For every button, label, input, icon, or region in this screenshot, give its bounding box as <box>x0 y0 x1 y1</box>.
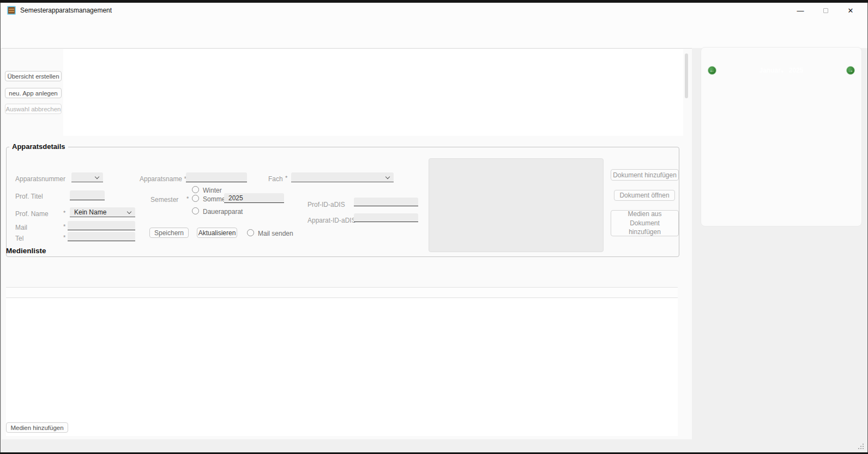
dokument-table <box>429 158 604 252</box>
apparat-id-adis-input[interactable] <box>354 213 418 222</box>
winter-radio[interactable] <box>192 186 199 193</box>
calendar-year: 2025 <box>789 67 804 74</box>
window-controls: — ✕ <box>788 3 863 18</box>
chevron-down-icon <box>385 175 390 179</box>
prof-titel-label: Prof. Titel <box>15 193 43 200</box>
medien-aus-dokument-button[interactable]: Medien aus Dokument hinzufügen <box>611 210 679 236</box>
app-icon <box>7 6 16 15</box>
prof-id-adis-label: Prof-ID-aDIS <box>308 201 345 208</box>
apparate-table <box>63 49 683 136</box>
semester-required-marker: * <box>186 195 189 202</box>
tel-required-marker: * <box>63 234 65 241</box>
mail-senden-checkbox[interactable] <box>247 229 254 236</box>
app-window: Semesterapparatsmanagement — ✕ Übersicht… <box>0 3 868 452</box>
fach-label: Fach <box>268 175 283 183</box>
dauerapparat-label: Dauerapparat <box>203 208 243 216</box>
tel-label: Tel <box>15 235 23 242</box>
tab-page-anlegen: Übersicht erstellen neu. App anlegen Aus… <box>2 48 692 439</box>
dauerapparat-radio[interactable] <box>192 207 199 214</box>
close-button[interactable]: ✕ <box>838 3 863 18</box>
prev-month-button[interactable]: ← <box>708 66 716 75</box>
resize-grip[interactable] <box>858 443 864 450</box>
calendar-month: Januar <box>759 67 780 74</box>
medien-hinzufuegen-button[interactable]: Medien hinzufügen <box>6 422 68 433</box>
month-dropdown-icon: ▾ <box>781 69 783 74</box>
medienliste-title: Medienliste <box>6 247 46 255</box>
prof-name-value: Kein Name <box>74 208 106 216</box>
mail-senden-label: Mail senden <box>258 230 293 237</box>
crate-icon <box>8 7 15 14</box>
calendar-header: ← Januar▾ 2025 → <box>705 64 858 76</box>
chevron-down-icon <box>127 210 131 214</box>
chevron-down-icon <box>95 175 99 179</box>
scrollbar-thumb[interactable] <box>685 53 688 98</box>
winter-label: Winter <box>203 187 222 194</box>
prof-titel-input[interactable] <box>70 190 105 200</box>
minimize-button[interactable]: — <box>788 3 813 18</box>
prof-name-combobox[interactable]: Kein Name <box>70 207 135 217</box>
groupbox-title: Apparatsdetails <box>9 142 68 151</box>
auswahl-abbrechen-button: Auswahl abbrechen <box>5 104 62 114</box>
apparatsname-input[interactable] <box>186 172 247 182</box>
maximize-button[interactable] <box>813 3 838 18</box>
prof-name-label: Prof. Name <box>15 210 49 218</box>
neu-app-anlegen-button[interactable]: neu. App anlegen <box>5 88 62 98</box>
apparat-id-adis-label: Apparat-ID-aDIS <box>308 217 356 224</box>
medienliste-header <box>6 287 678 298</box>
prof-name-required-marker: * <box>63 210 65 216</box>
maximize-icon <box>823 8 828 13</box>
aktualisieren-button[interactable]: Aktualisieren <box>197 228 237 238</box>
semester-year-input[interactable]: 2025 <box>224 193 284 203</box>
mail-input[interactable] <box>68 221 135 230</box>
next-month-button[interactable]: → <box>846 66 855 75</box>
apparatsnummer-label: Apparatsnummer <box>15 175 65 183</box>
dokument-hinzufuegen-button[interactable]: Dokument hinzufügen <box>611 169 679 181</box>
fach-combobox[interactable] <box>291 172 394 182</box>
semester-label: Semester <box>150 196 178 204</box>
mail-required-marker: * <box>63 223 65 230</box>
prof-id-adis-input[interactable] <box>354 198 418 206</box>
title-bar: Semesterapparatsmanagement — ✕ <box>1 3 867 18</box>
speichern-button[interactable]: Speichern <box>149 228 189 238</box>
window-title: Semesterapparatsmanagement <box>20 7 112 14</box>
dokument-table-header <box>429 159 603 170</box>
mail-label: Mail <box>15 224 27 231</box>
calendar-panel: ← Januar▾ 2025 → <box>701 47 862 226</box>
table-scrollbar[interactable] <box>684 49 689 135</box>
dokument-oeffnen-button[interactable]: Dokument öffnen <box>614 190 675 201</box>
fach-required-marker: * <box>285 175 287 181</box>
apparatsnummer-combobox[interactable] <box>71 172 103 182</box>
uebersicht-erstellen-button[interactable]: Übersicht erstellen <box>5 71 62 81</box>
apparatsdetails-groupbox: Apparatsdetails Apparatsnummer Apparatsn… <box>6 147 679 257</box>
sommer-radio[interactable] <box>192 195 199 202</box>
apparatsname-label: Apparatsname * <box>140 175 186 183</box>
medienliste-body <box>6 298 678 436</box>
tel-input[interactable] <box>68 232 135 241</box>
